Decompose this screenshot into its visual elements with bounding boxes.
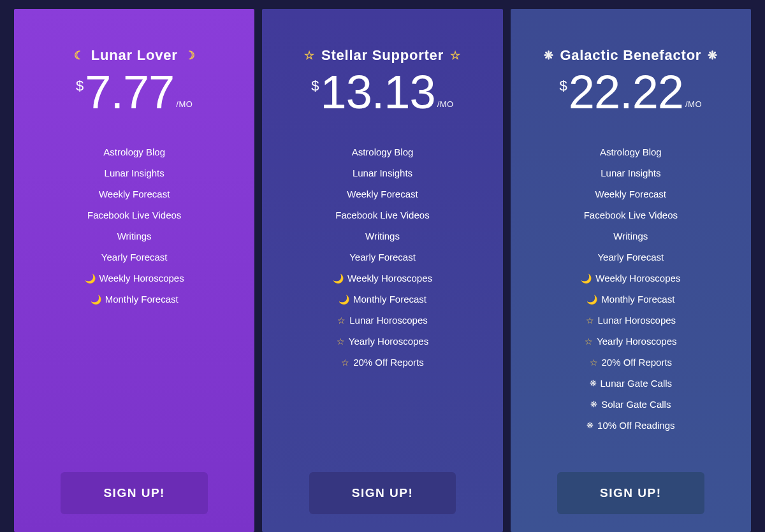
list-item: ☆Yearly Horoscopes — [337, 331, 428, 352]
list-item: Facebook Live Videos — [584, 205, 678, 226]
star-icon: ☆ — [450, 50, 461, 61]
signup-button[interactable]: SIGN UP! — [557, 472, 704, 514]
list-item: ❋Lunar Gate Calls — [590, 373, 673, 394]
feature-label: Yearly Forecast — [349, 252, 416, 262]
pricing-card-galactic-benefactor: ❋ Galactic Benefactor ❋ $ 22.22 /MO Astr… — [511, 9, 751, 532]
price: $ 13.13 /MO — [311, 69, 454, 116]
list-item: Lunar Insights — [601, 162, 660, 183]
crescent-icon: 🌙 — [85, 274, 96, 283]
star-icon: ☆ — [341, 358, 349, 367]
list-item: Writings — [117, 226, 152, 247]
feature-list: Astrology Blog Lunar Insights Weekly For… — [526, 141, 736, 459]
feature-label: Writings — [613, 231, 648, 241]
currency-symbol: $ — [76, 78, 84, 94]
list-item: ❋Solar Gate Calls — [590, 394, 671, 415]
crescent-icon: 🌙 — [333, 274, 344, 283]
feature-label: Writings — [365, 231, 400, 241]
feature-label: Weekly Horoscopes — [99, 273, 184, 284]
list-item: ❋10% Off Readings — [586, 415, 674, 436]
list-item: Yearly Forecast — [597, 247, 664, 268]
feature-label: Lunar Insights — [601, 168, 660, 178]
feature-label: Lunar Horoscopes — [598, 315, 676, 326]
pricing-card-lunar-lover: ☾ Lunar Lover ☾ $ 7.77 /MO Astrology Blo… — [14, 9, 254, 532]
feature-label: Weekly Forecast — [99, 189, 170, 199]
sun-icon: ❋ — [590, 400, 597, 408]
tier-name: Lunar Lover — [91, 47, 178, 64]
star-icon: ☆ — [585, 337, 593, 346]
feature-label: Weekly Forecast — [347, 189, 418, 199]
price-period: /MO — [437, 99, 454, 109]
tier-name: Stellar Supporter — [321, 47, 444, 64]
price-amount: 13.13 — [320, 69, 435, 116]
list-item: 🌙Weekly Horoscopes — [333, 268, 432, 289]
list-item: Lunar Insights — [353, 162, 412, 183]
feature-label: 20% Off Reports — [602, 357, 673, 368]
list-item: 🌙Monthly Forecast — [586, 289, 674, 310]
price: $ 7.77 /MO — [76, 69, 193, 116]
list-item: 🌙Monthly Forecast — [91, 289, 178, 310]
star-icon: ☆ — [590, 358, 598, 367]
price: $ 22.22 /MO — [560, 69, 703, 116]
list-item: ☆20% Off Reports — [590, 352, 673, 373]
signup-button[interactable]: SIGN UP! — [61, 472, 208, 514]
tier-name: Galactic Benefactor — [560, 47, 701, 64]
feature-label: Lunar Insights — [353, 168, 412, 178]
list-item: ☆Yearly Horoscopes — [585, 331, 676, 352]
feature-label: Monthly Forecast — [105, 294, 178, 305]
list-item: 🌙Monthly Forecast — [339, 289, 426, 310]
list-item: Astrology Blog — [600, 141, 662, 162]
price-period: /MO — [176, 99, 193, 109]
crescent-icon: 🌙 — [586, 295, 597, 304]
list-item: Yearly Forecast — [101, 247, 168, 268]
feature-label: 10% Off Readings — [597, 420, 674, 431]
list-item: 🌙Weekly Horoscopes — [85, 268, 184, 289]
feature-label: Writings — [117, 231, 152, 241]
star-icon: ☆ — [304, 50, 315, 61]
crescent-icon: 🌙 — [91, 295, 101, 304]
moon-icon: ☾ — [184, 50, 195, 61]
crescent-icon: 🌙 — [339, 295, 349, 304]
feature-list: Astrology Blog Lunar Insights Weekly For… — [277, 141, 487, 459]
feature-label: Yearly Horoscopes — [349, 336, 428, 347]
feature-label: Lunar Insights — [105, 168, 164, 178]
feature-label: Monthly Forecast — [353, 294, 426, 305]
list-item: 🌙Weekly Horoscopes — [581, 268, 680, 289]
tier-title: ☾ Lunar Lover ☾ — [74, 47, 195, 64]
feature-label: Weekly Forecast — [595, 189, 666, 199]
tier-title: ❋ Galactic Benefactor ❋ — [544, 47, 718, 64]
feature-label: Weekly Horoscopes — [595, 273, 680, 284]
list-item: Astrology Blog — [352, 141, 414, 162]
feature-label: Yearly Horoscopes — [597, 336, 676, 347]
feature-label: Monthly Forecast — [601, 294, 674, 305]
list-item: ☆Lunar Horoscopes — [586, 310, 676, 331]
feature-label: Yearly Forecast — [597, 252, 664, 262]
moon-icon: ☾ — [74, 50, 85, 61]
list-item: Facebook Live Videos — [335, 205, 429, 226]
list-item: ☆20% Off Reports — [341, 352, 424, 373]
star-icon: ☆ — [586, 316, 594, 325]
list-item: Writings — [613, 226, 648, 247]
price-period: /MO — [685, 99, 702, 109]
currency-symbol: $ — [560, 78, 567, 94]
sun-icon: ❋ — [586, 421, 594, 429]
list-item: Writings — [365, 226, 400, 247]
feature-label: Lunar Horoscopes — [349, 315, 428, 326]
crescent-icon: 🌙 — [581, 274, 592, 283]
list-item: Weekly Forecast — [99, 183, 170, 205]
signup-button[interactable]: SIGN UP! — [309, 472, 456, 514]
star-icon: ☆ — [337, 337, 345, 346]
feature-label: Astrology Blog — [103, 147, 165, 157]
pricing-container: ☾ Lunar Lover ☾ $ 7.77 /MO Astrology Blo… — [0, 0, 765, 532]
sun-icon: ❋ — [708, 50, 718, 61]
currency-symbol: $ — [311, 78, 319, 94]
feature-label: Facebook Live Videos — [584, 210, 678, 220]
feature-label: Facebook Live Videos — [87, 210, 181, 220]
sun-icon: ❋ — [590, 379, 597, 387]
feature-label: Lunar Gate Calls — [601, 378, 673, 389]
list-item: Weekly Forecast — [595, 183, 666, 205]
list-item: Astrology Blog — [103, 141, 165, 162]
feature-list: Astrology Blog Lunar Insights Weekly For… — [29, 141, 239, 459]
sun-icon: ❋ — [544, 50, 554, 61]
price-amount: 7.77 — [85, 69, 174, 116]
feature-label: Facebook Live Videos — [335, 210, 429, 220]
